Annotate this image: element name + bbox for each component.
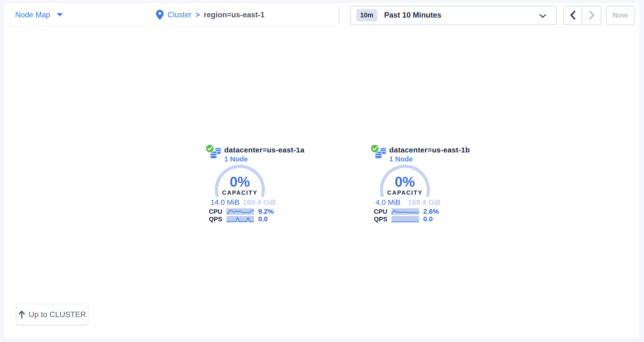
up-to-cluster-label: Up to CLUSTER — [28, 310, 86, 319]
view-selector-label: Node Map — [15, 10, 50, 19]
qps-value: 0.0 — [258, 216, 268, 223]
qps-metric-row: QPS 0.0 — [206, 216, 289, 223]
capacity-used: 14.0 MiB — [210, 198, 239, 206]
chevron-down-icon — [539, 14, 546, 18]
capacity-label: CAPACITY — [206, 189, 274, 196]
locality-title: datacenter=us-east-1a — [224, 146, 304, 154]
capacity-percent: 0% — [206, 174, 274, 190]
cpu-metric-row: CPU 9.2% — [206, 208, 289, 215]
capacity-total: 169.4 GiB — [408, 198, 440, 206]
cpu-value: 2.6% — [423, 208, 439, 215]
locality-card-us-east-1b[interactable]: datacenter=us-east-1b 1 Node 0% CAPACITY… — [371, 144, 455, 225]
qps-value: 0.0 — [423, 216, 433, 223]
locality-title: datacenter=us-east-1b — [389, 146, 470, 154]
now-button[interactable]: Now — [606, 5, 634, 25]
locality-node-count: 1 Node — [224, 155, 248, 163]
cpu-label: CPU — [371, 208, 387, 215]
cpu-sparkline — [392, 208, 419, 215]
cpu-label: CPU — [206, 208, 222, 215]
time-prev-button[interactable] — [564, 6, 582, 24]
time-range-label: Past 10 Minutes — [384, 11, 441, 19]
locality-node-count: 1 Node — [389, 155, 413, 163]
check-circle-icon — [205, 144, 214, 153]
qps-label: QPS — [206, 216, 222, 223]
capacity-total: 169.4 GiB — [243, 198, 276, 206]
breadcrumb-current-location: region=us-east-1 — [204, 10, 264, 19]
time-next-button[interactable] — [582, 6, 601, 24]
capacity-values: 14.0 MiB 169.4 GiB — [210, 198, 276, 206]
view-selector-dropdown[interactable]: Node Map — [15, 3, 63, 26]
time-range-badge: 10m — [356, 9, 377, 21]
location-pin-icon — [156, 10, 164, 20]
arrow-up-icon — [18, 311, 25, 318]
header-divider — [339, 5, 339, 25]
qps-metric-row: QPS 0.0 — [371, 216, 454, 223]
up-to-cluster-button[interactable]: Up to CLUSTER — [17, 304, 88, 325]
node-map-panel: Node Map Cluster > region=us-east-1 10m … — [4, 3, 640, 338]
breadcrumb: Cluster > region=us-east-1 — [156, 3, 264, 26]
qps-label: QPS — [371, 216, 387, 223]
cpu-sparkline — [226, 208, 254, 215]
breadcrumb-cluster-link[interactable]: Cluster — [168, 10, 192, 19]
capacity-used: 4.0 MiB — [376, 198, 400, 206]
cpu-value: 9.2% — [258, 208, 274, 215]
locality-card-us-east-1a[interactable]: datacenter=us-east-1a 1 Node 0% CAPACITY… — [206, 144, 290, 225]
capacity-label: CAPACITY — [371, 189, 439, 196]
chevron-right-icon — [589, 11, 594, 19]
time-range-dropdown[interactable]: 10m Past 10 Minutes — [350, 5, 557, 25]
breadcrumb-separator: > — [195, 10, 200, 19]
capacity-values: 4.0 MiB 169.4 GiB — [376, 198, 440, 206]
header-bar: Node Map Cluster > region=us-east-1 10m … — [4, 3, 640, 26]
check-circle-icon — [370, 144, 380, 153]
qps-sparkline — [226, 216, 254, 222]
capacity-percent: 0% — [371, 174, 439, 190]
caret-down-icon — [56, 13, 63, 17]
cpu-metric-row: CPU 2.6% — [371, 208, 454, 215]
chevron-left-icon — [570, 11, 576, 19]
qps-sparkline — [392, 216, 419, 222]
time-pager — [563, 5, 601, 25]
